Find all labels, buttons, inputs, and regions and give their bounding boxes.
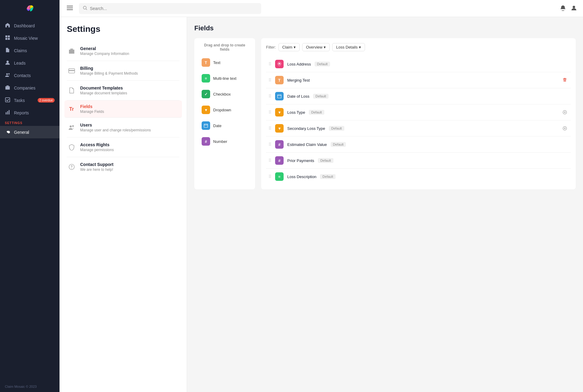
- sidebar-item-companies[interactable]: Companies: [0, 82, 60, 94]
- chevron-down-icon: ▾: [294, 45, 296, 49]
- field-name: Loss Description: [287, 174, 316, 179]
- drag-panel-title: Drag and drop to create fields: [199, 43, 250, 52]
- add-field-button[interactable]: [561, 125, 568, 132]
- field-name: Estimated Claim Value: [287, 142, 327, 147]
- settings-panel: Settings General Manage Company Informat…: [60, 17, 187, 392]
- drag-handle[interactable]: ⠿: [268, 62, 271, 66]
- field-row-secondary-loss-type: ⠿ ▾ Secondary Loss Type Default: [266, 120, 571, 137]
- number-type-icon: #: [202, 137, 210, 146]
- field-row-loss-type: ⠿ ▾ Loss Type Default: [266, 104, 571, 120]
- drag-handle[interactable]: ⠿: [268, 110, 271, 115]
- field-type-number[interactable]: # Number: [199, 134, 250, 149]
- drag-handle[interactable]: ⠿: [268, 78, 271, 83]
- svg-rect-8: [7, 88, 8, 90]
- sidebar-item-label: Tasks: [14, 98, 25, 103]
- loss-description-icon: ≡: [275, 172, 284, 181]
- svg-rect-20: [69, 70, 75, 71]
- drag-handle[interactable]: ⠿: [268, 158, 271, 163]
- fields-page-title: Fields: [194, 24, 576, 32]
- house-icon: [5, 22, 10, 29]
- estimated-claim-value-icon: #: [275, 140, 284, 149]
- text-type-icon: T: [202, 58, 210, 67]
- sidebar-item-tasks[interactable]: Tasks 2 overdue: [0, 94, 60, 106]
- default-badge: Default: [331, 142, 346, 147]
- field-type-label: Dropdown: [213, 108, 231, 112]
- field-row-loss-address: ⠿ Loss Address Default: [266, 56, 571, 72]
- sidebar-item-reports[interactable]: Reports: [0, 106, 60, 119]
- sidebar-item-leads[interactable]: Leads: [0, 57, 60, 69]
- prior-payments-icon: #: [275, 156, 284, 165]
- sidebar-item-label: Mosaic View: [14, 36, 38, 41]
- settings-item-contact-support[interactable]: Contact Support We are here to help!: [67, 157, 179, 177]
- settings-title: Settings: [67, 24, 179, 34]
- drag-handle[interactable]: ⠿: [268, 126, 271, 131]
- svg-point-5: [6, 73, 8, 75]
- check-icon: [5, 97, 10, 103]
- svg-rect-10: [6, 112, 7, 114]
- svg-point-31: [279, 63, 280, 64]
- loss-type-icon: ▾: [275, 108, 284, 117]
- field-type-checkbox[interactable]: ✓ Checkbox: [199, 87, 250, 101]
- drag-handle[interactable]: ⠿: [268, 94, 271, 99]
- sidebar-item-contacts[interactable]: Contacts: [0, 69, 60, 82]
- fields-area: Fields Drag and drop to create fields T …: [187, 17, 583, 392]
- search-input[interactable]: [90, 6, 257, 11]
- svg-text:Tr: Tr: [69, 106, 74, 112]
- settings-item-document-templates[interactable]: Document Templates Manage document templ…: [67, 81, 179, 100]
- filter-overview-button[interactable]: Overview ▾: [302, 43, 330, 51]
- grid-icon: [5, 35, 10, 41]
- user-avatar-icon[interactable]: [571, 5, 577, 12]
- field-name: Merging Test: [287, 78, 310, 83]
- add-field-button[interactable]: [561, 109, 568, 116]
- field-type-text[interactable]: T Text: [199, 55, 250, 70]
- sidebar-item-label: Dashboard: [14, 23, 35, 28]
- settings-item-desc: Manage Fields: [80, 110, 104, 114]
- filter-claim-button[interactable]: Claim ▾: [278, 43, 300, 51]
- svg-point-4: [6, 61, 9, 63]
- settings-item-fields[interactable]: Tr Fields Manage Fields: [64, 100, 182, 118]
- contacts-icon: [5, 72, 10, 79]
- field-type-date[interactable]: Date: [199, 118, 250, 133]
- svg-rect-0: [5, 35, 7, 37]
- settings-item-title: Billing: [80, 66, 138, 71]
- sidebar-item-dashboard[interactable]: Dashboard: [0, 19, 60, 32]
- search-icon: [83, 5, 87, 12]
- drag-handle[interactable]: ⠿: [268, 174, 271, 179]
- svg-rect-32: [278, 95, 281, 98]
- default-badge: Default: [315, 62, 330, 66]
- shield-icon: [67, 142, 77, 152]
- dropdown-type-icon: ▾: [202, 106, 210, 114]
- delete-field-button[interactable]: [561, 76, 568, 84]
- overdue-badge: 2 overdue: [38, 98, 55, 103]
- field-name: Secondary Loss Type: [287, 126, 325, 131]
- svg-point-25: [71, 168, 72, 168]
- gear-icon: [5, 129, 10, 135]
- settings-item-billing[interactable]: Billing Manage Billing & Payment Methods: [67, 61, 179, 81]
- hamburger-button[interactable]: [66, 4, 74, 13]
- sidebar-item-general[interactable]: General: [0, 126, 60, 138]
- chevron-down-icon: ▾: [324, 45, 326, 49]
- date-type-icon: [202, 121, 210, 130]
- field-actions: [561, 76, 568, 84]
- field-actions: [561, 109, 568, 116]
- settings-item-access-rights[interactable]: Access Rights Manage permissions: [67, 137, 179, 157]
- notifications-icon[interactable]: [560, 5, 566, 12]
- field-row-loss-description: ⠿ ≡ Loss Description Default: [266, 169, 571, 184]
- settings-item-title: Document Templates: [80, 86, 127, 90]
- settings-item-users[interactable]: Users Manage user and change roles/permi…: [67, 118, 179, 137]
- settings-item-title: Contact Support: [80, 162, 114, 167]
- settings-item-general[interactable]: General Manage Company Information: [67, 41, 179, 61]
- users-icon: [67, 123, 77, 132]
- sidebar-item-claims[interactable]: Claims: [0, 44, 60, 57]
- fields-icon: Tr: [67, 104, 77, 114]
- sidebar-item-mosaic-view[interactable]: Mosaic View: [0, 32, 60, 44]
- merging-test-icon: T: [275, 76, 284, 84]
- svg-rect-15: [67, 9, 73, 10]
- svg-point-23: [72, 125, 74, 127]
- field-type-dropdown[interactable]: ▾ Dropdown: [199, 103, 250, 117]
- field-type-label: Multi-line text: [213, 76, 237, 81]
- drag-handle[interactable]: ⠿: [268, 142, 271, 147]
- filter-loss-details-button[interactable]: Loss Details ▾: [332, 43, 365, 51]
- settings-item-desc: We are here to help!: [80, 167, 114, 172]
- field-type-multiline[interactable]: ≡ Multi-line text: [199, 71, 250, 86]
